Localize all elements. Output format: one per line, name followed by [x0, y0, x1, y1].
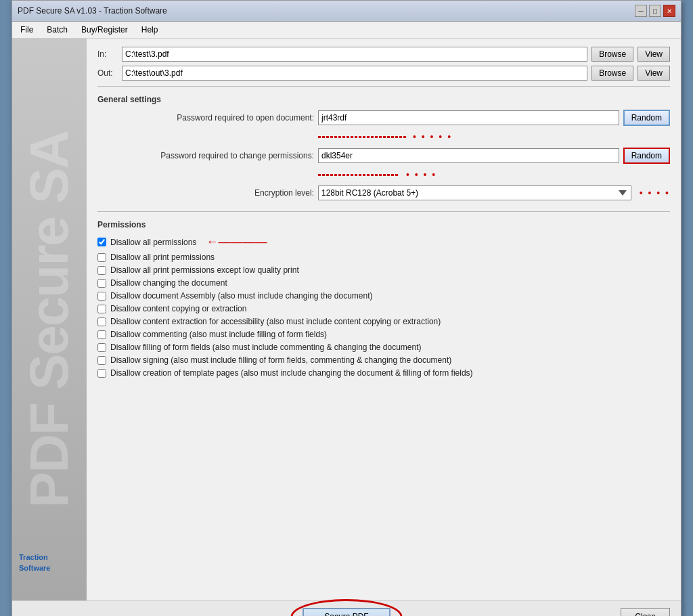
- permission-label-7: Disallow commenting (also must include f…: [110, 330, 327, 339]
- permission-label-4: Disallow document Assembly (also must in…: [110, 291, 373, 301]
- checkboxes-container: Disallow all permissions←――――Disallow al…: [97, 235, 670, 378]
- sidebar-company-line1: Traction: [19, 552, 50, 563]
- password-perms-label: Password required to change permissions:: [97, 151, 314, 160]
- permission-checkbox-0[interactable]: [97, 238, 106, 246]
- checkbox-row: Disallow all permissions←――――: [97, 235, 670, 249]
- out-browse-button[interactable]: Browse: [591, 66, 633, 81]
- checkbox-row: Disallow content copying or extraction: [97, 304, 670, 313]
- main-window: PDF Secure SA v1.03 - Traction Software …: [12, 0, 681, 616]
- window-title: PDF Secure SA v1.03 - Traction Software: [18, 6, 167, 16]
- permission-checkbox-10[interactable]: [97, 369, 106, 378]
- permission-label-10: Disallow creation of template pages (als…: [110, 368, 473, 378]
- permission-checkbox-7[interactable]: [97, 330, 106, 339]
- password-open-label: Password required to open document:: [97, 113, 314, 123]
- checkbox-row: Disallow commenting (also must include f…: [97, 330, 670, 339]
- menu-batch[interactable]: Batch: [41, 23, 73, 37]
- encryption-row: Encryption level: 128bit RC128 (Acrobat …: [97, 185, 670, 200]
- sidebar: PDF Secure SA Traction Software: [12, 39, 87, 600]
- checkbox-row: Disallow signing (also must include fill…: [97, 355, 670, 365]
- checkbox-row: Disallow all print permissions: [97, 252, 670, 262]
- password-open-red-dots: • • • • •: [413, 131, 452, 142]
- out-view-button[interactable]: View: [638, 66, 670, 81]
- encryption-label: Encryption level:: [97, 188, 314, 198]
- sidebar-watermark: PDF Secure SA: [18, 131, 81, 508]
- checkbox-row: Disallow content extraction for accessib…: [97, 317, 670, 326]
- permission-checkbox-6[interactable]: [97, 317, 106, 326]
- out-path-input[interactable]: [122, 66, 587, 81]
- permission-label-9: Disallow signing (also must include fill…: [110, 355, 451, 365]
- password-open-random-button[interactable]: Random: [623, 110, 670, 126]
- password-perms-input[interactable]: [318, 148, 619, 163]
- permission-label-8: Disallow filling of form fields (also mu…: [110, 343, 422, 352]
- maximize-button[interactable]: □: [649, 5, 661, 17]
- checkbox-row: Disallow changing the document: [97, 278, 670, 288]
- sidebar-company: Traction Software: [19, 552, 50, 573]
- sidebar-company-line2: Software: [19, 563, 50, 573]
- out-label: Out:: [97, 68, 118, 78]
- permission-checkbox-3[interactable]: [97, 279, 106, 288]
- in-path-input[interactable]: [122, 47, 587, 62]
- menu-help[interactable]: Help: [136, 23, 164, 37]
- minimize-button[interactable]: ─: [635, 5, 647, 17]
- in-label: In:: [97, 49, 118, 59]
- permissions-title: Permissions: [97, 220, 670, 229]
- password-perms-red-dots: • • • •: [406, 169, 437, 180]
- encryption-red-dots: • • • •: [640, 188, 670, 198]
- permission-checkbox-9[interactable]: [97, 356, 106, 365]
- window-controls: ─ □ ✕: [635, 5, 675, 17]
- in-file-row: In: Browse View: [97, 47, 670, 62]
- checkbox-row: Disallow creation of template pages (als…: [97, 368, 670, 378]
- checkbox-row: Disallow document Assembly (also must in…: [97, 291, 670, 301]
- close-window-button[interactable]: ✕: [663, 5, 675, 17]
- in-view-button[interactable]: View: [638, 47, 670, 62]
- permission-label-3: Disallow changing the document: [110, 278, 227, 288]
- menu-bar: File Batch Buy/Register Help: [12, 22, 681, 39]
- permission-label-6: Disallow content extraction for accessib…: [110, 317, 441, 326]
- permission-label-1: Disallow all print permissions: [110, 252, 215, 262]
- in-browse-button[interactable]: Browse: [591, 47, 633, 62]
- password-perms-row: Password required to change permissions:…: [97, 148, 670, 164]
- permission-checkbox-8[interactable]: [97, 343, 106, 352]
- password-perms-random-button[interactable]: Random: [623, 148, 670, 164]
- permission-checkbox-2[interactable]: [97, 266, 106, 275]
- permission-label-5: Disallow content copying or extraction: [110, 304, 246, 313]
- close-button[interactable]: Close: [621, 608, 670, 616]
- permission-label-2: Disallow all print permissions except lo…: [110, 265, 299, 275]
- permission-checkbox-4[interactable]: [97, 292, 106, 301]
- encryption-select[interactable]: 128bit RC128 (Acrobat 5+): [318, 185, 631, 200]
- title-bar: PDF Secure SA v1.03 - Traction Software …: [12, 1, 681, 22]
- general-settings-title: General settings: [97, 95, 670, 104]
- permissions-section: Permissions Disallow all permissions←―――…: [97, 220, 670, 378]
- permission-checkbox-5[interactable]: [97, 305, 106, 313]
- checkbox-row: Disallow all print permissions except lo…: [97, 265, 670, 275]
- bottom-bar: Secure PDF Close: [12, 600, 681, 616]
- password-open-row: Password required to open document: Rand…: [97, 110, 670, 126]
- menu-buy-register[interactable]: Buy/Register: [76, 23, 133, 37]
- menu-file[interactable]: File: [15, 23, 39, 37]
- secure-pdf-button[interactable]: Secure PDF: [303, 608, 390, 616]
- permission-checkbox-1[interactable]: [97, 253, 106, 262]
- content-area: PDF Secure SA Traction Software In: Brow…: [12, 39, 681, 600]
- password-open-input[interactable]: [318, 110, 619, 125]
- out-file-row: Out: Browse View: [97, 66, 670, 81]
- checkbox-row: Disallow filling of form fields (also mu…: [97, 343, 670, 352]
- main-content: In: Browse View Out: Browse View General…: [87, 39, 681, 600]
- disallow-all-arrow-annotation: ←――――: [206, 235, 267, 249]
- permission-label-0: Disallow all permissions: [110, 238, 196, 247]
